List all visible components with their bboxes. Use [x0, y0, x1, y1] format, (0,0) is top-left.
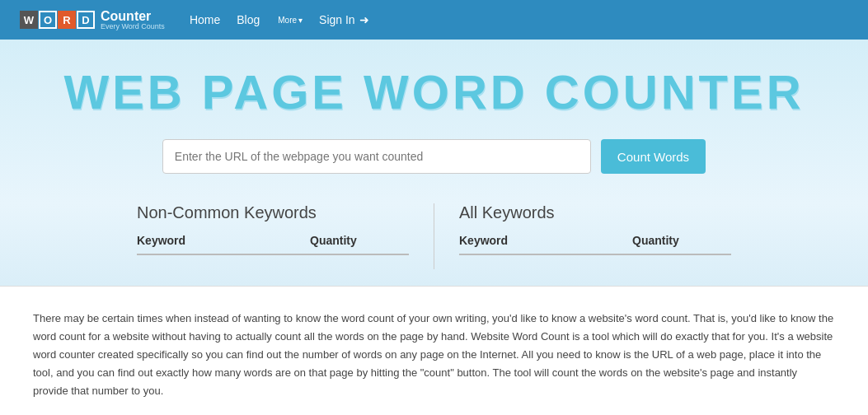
logo-letter-w: W [20, 11, 38, 29]
signin-icon: ➜ [359, 13, 369, 26]
keyword-section: Non-Common Keywords Keyword Quantity All… [0, 203, 868, 286]
brand-name: Counter [101, 10, 165, 23]
page-title: WEB PAGE WORD COUNTER [16, 64, 852, 119]
nav-more[interactable]: More ▾ [276, 16, 303, 25]
logo-letters: W O R D [20, 11, 96, 29]
tagline: Every Word Counts [101, 23, 165, 30]
info-section: There may be certain times when instead … [0, 286, 868, 415]
all-keywords-header: Keyword Quantity [459, 234, 731, 255]
chevron-down-icon: ▾ [298, 16, 303, 25]
info-para-1: There may be certain times when instead … [33, 310, 835, 400]
table-divider [434, 203, 434, 269]
logo-letter-r: R [58, 11, 76, 29]
non-common-keywords-table: Non-Common Keywords Keyword Quantity [137, 203, 409, 269]
all-keyword-col: Keyword [459, 234, 632, 247]
nav-home[interactable]: Home [190, 13, 220, 26]
hero-section: WEB PAGE WORD COUNTER Count Words [0, 40, 868, 203]
all-quantity-col: Quantity [632, 234, 731, 247]
count-words-button[interactable]: Count Words [601, 139, 706, 174]
navbar: W O R D Counter Every Word Counts Home B… [0, 0, 868, 40]
logo-text: Counter Every Word Counts [101, 10, 165, 30]
url-row: Count Words [16, 139, 852, 174]
non-common-header: Keyword Quantity [137, 234, 409, 255]
non-common-quantity-col: Quantity [310, 234, 409, 247]
all-keywords-heading: All Keywords [459, 203, 731, 222]
all-keywords-table: All Keywords Keyword Quantity [459, 203, 731, 269]
nav-signin[interactable]: Sign In ➜ [319, 13, 369, 26]
logo-letter-o: O [39, 11, 57, 29]
logo: W O R D Counter Every Word Counts [20, 10, 165, 30]
logo-letter-d: D [77, 11, 95, 29]
url-input[interactable] [162, 139, 591, 174]
non-common-keyword-col: Keyword [137, 234, 310, 247]
non-common-heading: Non-Common Keywords [137, 203, 409, 222]
nav-blog[interactable]: Blog [237, 13, 260, 26]
